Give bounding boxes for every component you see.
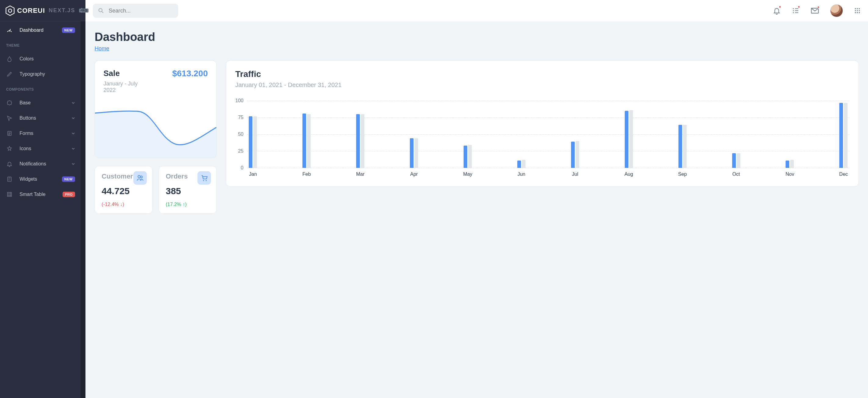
bar-group [248, 116, 257, 168]
bar-primary [410, 138, 413, 168]
nav-header-theme: THEME [0, 38, 86, 51]
sidebar-item-dashboard[interactable]: Dashboard NEW [0, 23, 86, 38]
sidebar-collapse-icon[interactable] [79, 7, 83, 13]
svg-point-1 [9, 31, 10, 31]
bar-secondary [683, 125, 687, 168]
sale-line-chart [95, 93, 216, 158]
bar-primary [464, 146, 467, 168]
sale-card: Sale January - July 2022 $613.200 [95, 60, 217, 158]
search-input[interactable] [108, 8, 173, 14]
bar-group [678, 125, 687, 168]
bar-secondary [844, 103, 847, 168]
sidebar-item-widgets[interactable]: Widgets NEW [0, 172, 86, 187]
star-icon [6, 145, 13, 152]
cursor-icon [6, 115, 13, 121]
x-tick: Jan [248, 172, 257, 177]
page-title: Dashboard [95, 31, 859, 44]
y-axis: 1007550250 [235, 101, 244, 168]
stat-delta: (17.2% ↑) [166, 202, 210, 207]
nav-label: Widgets [20, 176, 62, 182]
badge-new: NEW [62, 176, 75, 182]
stat-value: 385 [166, 186, 210, 196]
traffic-card: Traffic January 01, 2021 - December 31, … [226, 60, 859, 186]
brand-logo[interactable]: COREUI NEXT.JS PRO [5, 5, 89, 16]
svg-point-13 [855, 10, 856, 11]
traffic-bar-chart: 1007550250 JanFebMarAprMayJunJulAugSepOc… [235, 101, 849, 177]
nav-label: Smart Table [20, 192, 63, 197]
topbar-bell-icon[interactable] [773, 7, 781, 14]
sale-range: January - July 2022 [103, 81, 146, 93]
sidebar-nav: Dashboard NEW THEME Colors Typography CO… [0, 21, 86, 398]
bar-secondary [361, 114, 364, 168]
bar-secondary [737, 153, 740, 168]
sale-title: Sale [103, 69, 146, 78]
nav-label: Base [20, 100, 71, 105]
sidebar-item-smart-table[interactable]: Smart Table PRO [0, 187, 86, 202]
sidebar: COREUI NEXT.JS PRO Dashboard NEW THEME C… [0, 0, 86, 398]
notification-dot [798, 5, 800, 8]
chevron-down-icon [71, 131, 75, 135]
notification-dot [817, 6, 820, 8]
svg-point-14 [857, 10, 858, 11]
bar-secondary [253, 116, 257, 168]
bar-group [302, 114, 311, 168]
sidebar-item-icons[interactable]: Icons [0, 141, 86, 156]
bar-group [732, 153, 741, 168]
x-tick: May [463, 172, 472, 177]
brand: COREUI NEXT.JS PRO [0, 0, 86, 21]
bar-primary [303, 114, 306, 168]
bar-group [624, 110, 633, 168]
svg-point-5 [99, 8, 102, 12]
stat-delta: (-12.4% ↓) [102, 202, 146, 207]
bar-secondary [414, 138, 418, 168]
calculator-icon [6, 176, 13, 183]
sidebar-item-notifications[interactable]: Notifications [0, 156, 86, 172]
sidebar-item-buttons[interactable]: Buttons [0, 111, 86, 126]
x-tick: Oct [732, 172, 741, 177]
svg-point-21 [203, 180, 204, 181]
customers-card: Customers 44.725 (-12.4% ↓) [95, 166, 153, 214]
cart-icon [197, 171, 211, 185]
sidebar-item-forms[interactable]: Forms [0, 126, 86, 141]
bar-secondary [307, 114, 311, 168]
chart-bars [247, 101, 849, 168]
bar-secondary [576, 141, 579, 168]
search-icon [98, 7, 104, 14]
search-box[interactable] [93, 4, 178, 18]
nav-label: Icons [20, 146, 71, 151]
bar-secondary [468, 145, 472, 168]
x-axis-labels: JanFebMarAprMayJunJulAugSepOctNovDec [247, 168, 849, 177]
traffic-range: January 01, 2021 - December 31, 2021 [235, 82, 849, 89]
bar-primary [571, 142, 575, 168]
pencil-icon [6, 71, 13, 78]
nav-label: Notifications [20, 161, 71, 166]
topbar-list-icon[interactable] [792, 7, 800, 14]
apps-grid-icon[interactable] [854, 7, 861, 14]
x-tick: Jun [517, 172, 526, 177]
bar-group [463, 145, 472, 168]
brand-sub: NEXT.JS [49, 7, 75, 14]
people-icon [133, 171, 147, 185]
bar-group [356, 114, 365, 168]
chevron-down-icon [71, 162, 75, 166]
bar-primary [732, 153, 736, 168]
x-tick: Jul [570, 172, 580, 177]
topbar-envelope-icon[interactable] [811, 7, 819, 14]
bar-secondary [629, 110, 633, 168]
svg-point-22 [206, 180, 207, 181]
svg-point-0 [8, 9, 12, 12]
bar-primary [785, 160, 789, 168]
chevron-down-icon [71, 147, 75, 150]
svg-rect-4 [7, 192, 11, 196]
x-tick: Dec [839, 172, 848, 177]
avatar[interactable] [830, 4, 843, 17]
x-tick: Sep [678, 172, 687, 177]
svg-point-7 [793, 10, 794, 11]
breadcrumb-home[interactable]: Home [95, 45, 109, 52]
sidebar-item-colors[interactable]: Colors [0, 51, 86, 66]
svg-point-19 [138, 176, 141, 178]
sidebar-item-typography[interactable]: Typography [0, 66, 86, 82]
nav-header-components: COMPONENTS [0, 82, 86, 95]
traffic-title: Traffic [235, 69, 849, 79]
sidebar-item-base[interactable]: Base [0, 95, 86, 111]
